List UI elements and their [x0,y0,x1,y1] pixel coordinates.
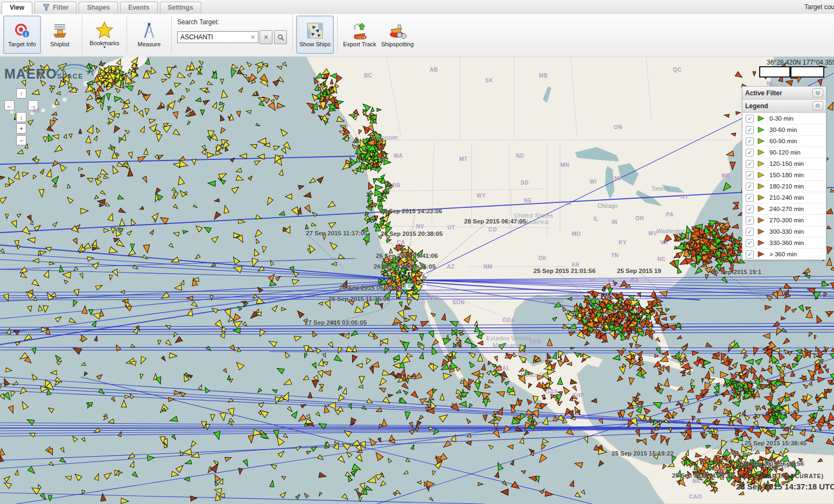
search-button[interactable] [274,30,287,44]
pan-left-button[interactable]: ← [4,100,15,110]
legend-row[interactable]: ✓120-150 min [742,158,826,169]
ship-triangle-icon [758,172,765,178]
ship-triangle-icon [758,149,765,156]
expand-chevron-icon[interactable] [812,101,823,110]
legend-row[interactable]: ✓180-210 min [742,180,826,192]
pan-right-button[interactable]: → [28,100,38,110]
legend-row[interactable]: ✓210-240 min [742,192,826,203]
legend-row[interactable]: ✓> 360 min [742,248,826,260]
tab-filter[interactable]: Filter [34,2,76,13]
legend-checkbox[interactable]: ✓ [746,115,754,123]
search-target-label: Search Target: [177,18,287,26]
ship-triangle-icon [758,127,765,133]
legend-row[interactable]: ✓330-360 min [742,237,826,248]
legend-checkbox[interactable]: ✓ [746,228,754,236]
target-count-label: Target cou [804,3,834,11]
active-filter-header[interactable]: Active Filter [742,87,826,100]
pan-down-button[interactable]: ↓ [16,112,26,122]
legend-header[interactable]: Legend [742,100,826,113]
target-info-button[interactable]: iTarget Info [3,16,41,54]
tab-settings[interactable]: Settings [160,2,201,13]
legend-checkbox[interactable]: ✓ [746,137,754,145]
legend-row[interactable]: ✓300-330 min [742,226,826,237]
legend-row[interactable]: ✓60-90 min [742,135,826,146]
shipspotting-button[interactable]: Shipspotting [379,16,416,54]
ship-triangle-icon [758,160,765,167]
bookmarks-button[interactable]: Bookmarks▾ [86,16,123,54]
collapse-chevron-icon[interactable] [812,88,823,97]
layer-button-s57[interactable] [790,66,824,78]
zoom-in-button[interactable]: + [16,123,26,134]
star-icon [95,21,114,38]
ship-triangle-icon [758,240,765,246]
ship-triangle-icon [758,183,765,190]
ship-triangle-icon [758,228,765,235]
ship-triangle-icon [758,115,765,122]
export-track-button[interactable]: Export Track [341,16,379,54]
pan-up-button[interactable]: ↑ [16,88,26,99]
ship-triangle-icon [758,217,765,223]
legend-checkbox[interactable]: ✓ [746,183,754,191]
legend-row[interactable]: ✓0-30 min [742,113,826,124]
magnifier-icon [277,34,284,41]
show-ships-button[interactable]: Show Ships [296,16,334,54]
legend-row[interactable]: ✓30-60 min [742,124,826,135]
legend-row[interactable]: ✓150-180 min [742,169,826,180]
map-ships-icon [306,22,324,39]
export-track-icon [351,22,369,39]
ship-triangle-icon [758,251,765,257]
ship-list-icon [51,22,69,39]
legend-checkbox[interactable]: ✓ [746,171,754,179]
legend-row[interactable]: ✓90-120 min [742,146,826,158]
app-window: ViewFilterShapesEventsSettings Target co… [0,0,834,504]
legend-checkbox[interactable]: ✓ [746,126,754,134]
tab-view[interactable]: View [2,2,32,15]
legend-checkbox[interactable]: ✓ [746,149,754,157]
funnel-icon [43,4,50,11]
zoom-out-button[interactable]: − [16,135,26,145]
legend-checkbox[interactable]: ✓ [746,194,754,202]
measure-button[interactable]: Measure [130,16,168,54]
clear-search-button[interactable]: ✕ [260,30,272,44]
right-panel: Active Filter Legend ✓0-30 min✓30-60 min… [742,86,826,260]
menu-tab-bar: ViewFilterShapesEventsSettings Target co… [0,0,834,15]
search-input[interactable] [177,31,258,43]
svg-text:i: i [25,31,27,37]
dropdown-caret-icon[interactable]: ▾ [103,46,106,48]
map-svg[interactable] [0,57,834,504]
ship-triangle-icon [758,194,765,201]
compass-icon [140,22,158,39]
clear-input-icon[interactable]: ✕ [250,34,258,41]
ship-triangle-icon [758,138,765,144]
shipspotting-icon [388,22,407,39]
tab-events[interactable]: Events [120,2,157,13]
cursor-coordinates: 36°28.420N 177°04.355W [767,59,834,66]
legend-checkbox[interactable]: ✓ [746,160,754,168]
legend-checkbox[interactable]: ✓ [746,216,754,225]
layer-button-osm[interactable] [759,66,790,78]
search-target-group: Search Target: ✕ ✕ [172,14,293,52]
legend-checkbox[interactable]: ✓ [746,250,754,258]
legend-checkbox[interactable]: ✓ [746,205,754,213]
map-canvas[interactable]: MAEROSPACE ↑ ← → ↓ + − 36°28.420N 177°04… [0,57,834,504]
legend-row[interactable]: ✓240-270 min [742,203,826,214]
shiplist-button[interactable]: Shiplist [41,16,79,54]
toolbar: iTarget InfoShiplistBookmarks▾Measure Se… [0,14,834,57]
target-info-icon: i [13,22,31,39]
ship-triangle-icon [758,206,765,212]
legend-row[interactable]: ✓270-300 min [742,214,826,226]
legend-checkbox[interactable]: ✓ [746,239,754,247]
tab-shapes[interactable]: Shapes [79,2,118,13]
